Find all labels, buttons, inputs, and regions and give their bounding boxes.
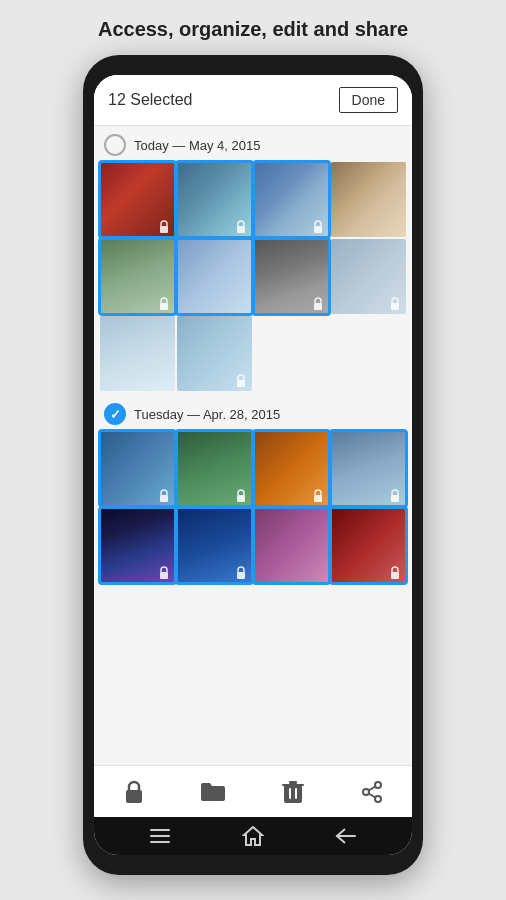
photo-cell[interactable] (254, 239, 329, 314)
photo-list: Today — May 4, 2015 (94, 126, 412, 765)
photo-grid-tuesday (94, 431, 412, 587)
sys-home-button[interactable] (233, 816, 273, 855)
date-row-tuesday: ✓ Tuesday — Apr. 28, 2015 (94, 395, 412, 431)
photo-grid-today (94, 162, 412, 395)
lock-icon (157, 566, 171, 580)
menu-icon (150, 829, 170, 843)
svg-rect-16 (289, 781, 297, 784)
lock-icon (157, 220, 171, 234)
lock-icon (311, 489, 325, 503)
svg-line-24 (369, 786, 376, 790)
trash-nav-icon (282, 779, 304, 805)
lock-icon (311, 220, 325, 234)
photo-cell[interactable] (100, 162, 175, 237)
svg-rect-4 (314, 303, 322, 310)
photo-cell[interactable] (254, 162, 329, 237)
svg-point-22 (375, 796, 381, 802)
phone-frame: 12 Selected Done Today — May 4, 2015 (83, 55, 423, 875)
svg-rect-0 (160, 226, 168, 233)
selection-header: 12 Selected Done (94, 75, 412, 126)
sys-back-button[interactable] (326, 816, 366, 855)
svg-rect-7 (160, 495, 168, 502)
date-select-tuesday[interactable]: ✓ (104, 403, 126, 425)
bottom-nav (94, 765, 412, 817)
date-label-today: Today — May 4, 2015 (134, 138, 260, 153)
lock-icon (311, 297, 325, 311)
photo-cell[interactable] (177, 431, 252, 506)
date-label-tuesday: Tuesday — Apr. 28, 2015 (134, 407, 280, 422)
svg-rect-15 (284, 784, 302, 803)
share-nav-icon (360, 780, 384, 804)
lock-icon (234, 374, 248, 388)
sys-menu-button[interactable] (140, 816, 180, 855)
svg-rect-25 (150, 829, 170, 831)
svg-rect-10 (391, 495, 399, 502)
system-nav (94, 817, 412, 855)
svg-rect-17 (282, 784, 304, 786)
nav-trash-button[interactable] (273, 772, 313, 812)
lock-icon (234, 566, 248, 580)
svg-rect-26 (150, 835, 170, 837)
date-row-today: Today — May 4, 2015 (94, 126, 412, 162)
svg-rect-2 (314, 226, 322, 233)
svg-rect-1 (237, 226, 245, 233)
photo-cell[interactable] (254, 431, 329, 506)
photo-cell[interactable] (100, 239, 175, 314)
nav-lock-button[interactable] (114, 772, 154, 812)
app-content: 12 Selected Done Today — May 4, 2015 (94, 75, 412, 817)
section-tuesday: ✓ Tuesday — Apr. 28, 2015 (94, 395, 412, 587)
photo-cell[interactable] (177, 162, 252, 237)
photo-cell[interactable] (331, 162, 406, 237)
photo-cell[interactable] (331, 239, 406, 314)
lock-nav-icon (123, 779, 145, 805)
lock-icon (234, 489, 248, 503)
photo-cell[interactable] (331, 431, 406, 506)
lock-icon (157, 489, 171, 503)
lock-icon (388, 566, 402, 580)
svg-rect-14 (126, 790, 142, 803)
svg-rect-5 (391, 303, 399, 310)
svg-line-23 (369, 793, 376, 797)
svg-rect-19 (295, 788, 297, 799)
svg-point-21 (363, 789, 369, 795)
selected-count: 12 Selected (108, 91, 193, 109)
photo-image (254, 508, 329, 583)
photo-cell[interactable] (177, 239, 252, 314)
lock-icon (157, 297, 171, 311)
page-title: Access, organize, edit and share (68, 0, 438, 55)
photo-cell[interactable] (177, 508, 252, 583)
svg-rect-6 (237, 380, 245, 387)
svg-rect-18 (289, 788, 291, 799)
folder-nav-icon (200, 781, 226, 803)
photo-cell[interactable] (100, 316, 175, 391)
home-icon (242, 825, 264, 847)
phone-screen: 12 Selected Done Today — May 4, 2015 (94, 75, 412, 855)
photo-image (100, 316, 175, 391)
svg-rect-12 (237, 572, 245, 579)
done-button[interactable]: Done (339, 87, 398, 113)
photo-cell[interactable] (100, 508, 175, 583)
photo-cell[interactable] (331, 508, 406, 583)
photo-cell[interactable] (254, 508, 329, 583)
nav-share-button[interactable] (352, 772, 392, 812)
svg-rect-27 (150, 841, 170, 843)
nav-folder-button[interactable] (193, 772, 233, 812)
svg-rect-8 (237, 495, 245, 502)
section-today: Today — May 4, 2015 (94, 126, 412, 395)
lock-icon (388, 489, 402, 503)
svg-rect-11 (160, 572, 168, 579)
photo-cell[interactable] (100, 431, 175, 506)
svg-rect-9 (314, 495, 322, 502)
checkmark-icon: ✓ (110, 407, 121, 422)
lock-icon (388, 297, 402, 311)
date-select-today[interactable] (104, 134, 126, 156)
svg-rect-13 (391, 572, 399, 579)
back-icon (335, 827, 357, 845)
lock-icon (234, 220, 248, 234)
photo-cell[interactable] (177, 316, 252, 391)
photo-image (177, 239, 252, 314)
svg-rect-3 (160, 303, 168, 310)
photo-image (331, 162, 406, 237)
svg-point-20 (375, 782, 381, 788)
